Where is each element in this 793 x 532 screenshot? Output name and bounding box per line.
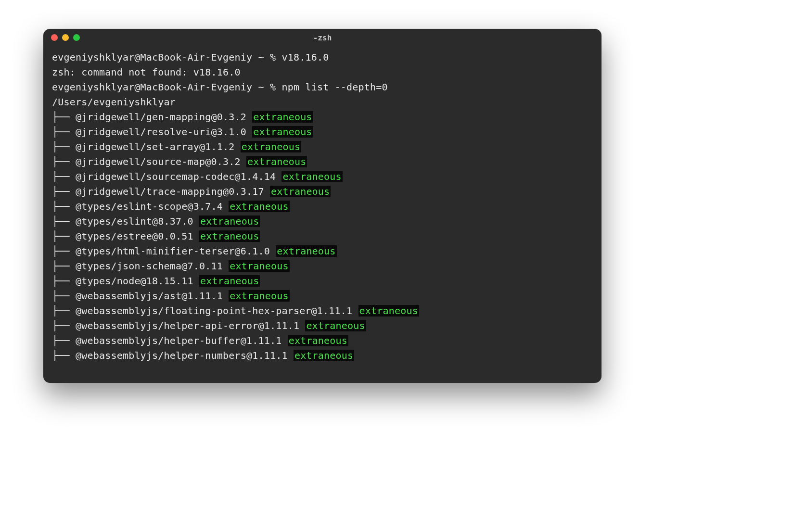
extraneous-label: extraneous [358,305,419,317]
package-line: ├── @jridgewell/source-map@0.3.2 extrane… [52,154,593,169]
prompt-user-host: evgeniyshklyar@MacBook-Air-Evgeniy [52,81,252,93]
package-line: ├── @webassemblyjs/helper-api-error@1.11… [52,318,593,333]
extraneous-label: extraneous [281,171,342,182]
package-name: @types/node@18.15.11 [76,275,199,287]
package-line: ├── @jridgewell/set-array@1.1.2 extraneo… [52,139,593,154]
tree-branch-icon: ├── [52,230,76,242]
package-line: ├── @types/estree@0.0.51 extraneous [52,229,593,244]
terminal-window: -zsh evgeniyshklyar@MacBook-Air-Evgeniy … [43,29,601,383]
command-text: npm list --depth=0 [281,81,387,93]
tree-branch-icon: ├── [52,141,76,152]
package-name: @webassemblyjs/ast@1.11.1 [76,290,229,302]
package-name: @types/html-minifier-terser@6.1.0 [76,245,276,257]
extraneous-label: extraneous [270,186,331,197]
extraneous-label: extraneous [229,290,289,302]
package-line: ├── @types/eslint-scope@3.7.4 extraneous [52,199,593,214]
package-line: ├── @types/html-minifier-terser@6.1.0 ex… [52,244,593,259]
tree-branch-icon: ├── [52,350,76,361]
package-line: ├── @jridgewell/resolve-uri@3.1.0 extran… [52,125,593,139]
package-line: ├── @webassemblyjs/ast@1.11.1 extraneous [52,289,593,304]
error-line: zsh: command not found: v18.16.0 [52,65,593,80]
package-name: @jridgewell/resolve-uri@3.1.0 [76,126,252,138]
extraneous-label: extraneous [276,245,336,257]
tree-branch-icon: ├── [52,335,76,346]
prompt-line: evgeniyshklyar@MacBook-Air-Evgeniy ~ % v… [52,50,593,65]
extraneous-label: extraneous [229,201,289,212]
tree-branch-icon: ├── [52,126,76,138]
package-name: @types/eslint@8.37.0 [76,215,199,227]
extraneous-label: extraneous [199,275,260,287]
tree-branch-icon: ├── [52,320,76,331]
package-name: @jridgewell/set-array@1.1.2 [76,141,241,152]
package-name: @jridgewell/trace-mapping@0.3.17 [76,186,270,197]
extraneous-label: extraneous [305,320,366,331]
extraneous-label: extraneous [288,335,348,346]
maximize-icon[interactable] [73,34,80,41]
root-path-line: /Users/evgeniyshklyar [52,95,593,110]
tree-branch-icon: ├── [52,305,76,317]
tree-branch-icon: ├── [52,186,76,197]
terminal-body[interactable]: evgeniyshklyar@MacBook-Air-Evgeniy ~ % v… [43,46,601,383]
tree-branch-icon: ├── [52,245,76,257]
package-name: @webassemblyjs/helper-buffer@1.11.1 [76,335,288,346]
extraneous-label: extraneous [252,126,313,138]
extraneous-label: extraneous [246,156,307,167]
package-line: ├── @jridgewell/gen-mapping@0.3.2 extran… [52,110,593,125]
package-line: ├── @types/node@18.15.11 extraneous [52,274,593,289]
package-line: ├── @types/eslint@8.37.0 extraneous [52,214,593,229]
package-line: ├── @jridgewell/trace-mapping@0.3.17 ext… [52,184,593,199]
title-bar: -zsh [43,29,601,46]
package-line: ├── @jridgewell/sourcemap-codec@1.4.14 e… [52,169,593,184]
prompt-symbol: % [270,81,276,93]
tree-branch-icon: ├── [52,260,76,272]
package-name: @webassemblyjs/floating-point-hex-parser… [76,305,358,317]
tree-branch-icon: ├── [52,275,76,287]
command-text: v18.16.0 [281,51,329,63]
tree-branch-icon: ├── [52,156,76,167]
package-line: ├── @types/json-schema@7.0.11 extraneous [52,259,593,274]
traffic-lights [51,34,80,41]
package-name: @types/eslint-scope@3.7.4 [76,201,229,212]
package-name: @jridgewell/sourcemap-codec@1.4.14 [76,171,281,182]
tree-branch-icon: ├── [52,171,76,182]
package-name: @jridgewell/source-map@0.3.2 [76,156,246,167]
extraneous-label: extraneous [252,111,313,123]
tree-branch-icon: ├── [52,215,76,227]
tree-branch-icon: ├── [52,111,76,123]
tree-branch-icon: ├── [52,290,76,302]
prompt-symbol: % [270,51,276,63]
extraneous-label: extraneous [229,260,289,272]
package-name: @jridgewell/gen-mapping@0.3.2 [76,111,252,123]
close-icon[interactable] [51,34,58,41]
prompt-path: ~ [258,51,264,63]
prompt-line: evgeniyshklyar@MacBook-Air-Evgeniy ~ % n… [52,80,593,95]
tree-branch-icon: ├── [52,201,76,212]
extraneous-label: extraneous [199,230,260,242]
prompt-path: ~ [258,81,264,93]
extraneous-label: extraneous [241,141,301,152]
package-name: @types/json-schema@7.0.11 [76,260,229,272]
window-title: -zsh [43,33,601,42]
package-name: @types/estree@0.0.51 [76,230,199,242]
package-name: @webassemblyjs/helper-numbers@1.11.1 [76,350,294,361]
package-line: ├── @webassemblyjs/floating-point-hex-pa… [52,304,593,318]
package-line: ├── @webassemblyjs/helper-buffer@1.11.1 … [52,333,593,348]
minimize-icon[interactable] [62,34,69,41]
package-line: ├── @webassemblyjs/helper-numbers@1.11.1… [52,348,593,363]
extraneous-label: extraneous [294,350,354,361]
extraneous-label: extraneous [199,215,260,227]
package-name: @webassemblyjs/helper-api-error@1.11.1 [76,320,305,331]
prompt-user-host: evgeniyshklyar@MacBook-Air-Evgeniy [52,51,252,63]
